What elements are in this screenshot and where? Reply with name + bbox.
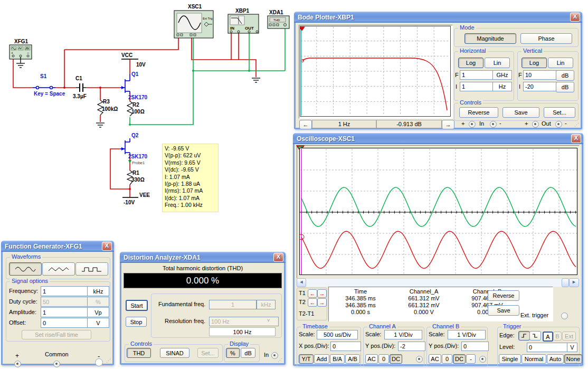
timebase-ba-button[interactable]: B/A [330, 354, 345, 364]
transistor-q2[interactable] [120, 138, 130, 155]
fg-minus-terminal[interactable] [95, 358, 103, 366]
circuit-schematic[interactable]: + − XFG1 S1 Key = Space C1 3. [0, 0, 296, 243]
capacitor-c1[interactable] [76, 83, 86, 92]
scope-titlebar[interactable]: Oscilloscope-XSC1 X [293, 133, 583, 144]
xda1-instrument-icon[interactable]: THD [268, 16, 289, 29]
square-wave-button[interactable] [75, 262, 108, 276]
thd-button[interactable]: THD [127, 348, 151, 358]
oscilloscope-window[interactable]: Oscilloscope-XSC1 X 1 ◄ ► T1 ← → T2 ← [293, 133, 583, 366]
rising-edge-icon[interactable] [518, 331, 530, 340]
bode-out-minus-terminal[interactable] [555, 121, 562, 128]
bode-set-button[interactable]: Set... [544, 107, 575, 118]
set-rise-fall-button[interactable]: Set rise/Fall time [22, 330, 91, 339]
xfg1-instrument-icon[interactable]: + − [10, 45, 32, 59]
trigger-single-button[interactable]: Single [499, 354, 521, 364]
channel-b-ac-button[interactable]: AC [429, 354, 441, 364]
bode-titlebar[interactable]: Bode Plotter-XBP1 X [294, 12, 582, 23]
transistor-q1[interactable] [120, 74, 130, 94]
bode-reverse-button[interactable]: Reverse [459, 107, 498, 118]
bode-v-lin-button[interactable]: Lin [548, 58, 573, 68]
offset-unit[interactable]: V [87, 318, 109, 328]
resize-grip-icon[interactable]: ⋰ [278, 357, 283, 363]
scope-button-save[interactable]: Save [488, 305, 519, 316]
bode-h-f-field[interactable]: 1 [460, 70, 496, 80]
channel-b-0-button[interactable]: 0 [442, 354, 452, 364]
sinad-button[interactable]: SINAD [160, 348, 189, 358]
bode-v-f-unit[interactable]: dB [556, 70, 574, 81]
xbp1-instrument-icon[interactable]: IN OUT [228, 14, 259, 33]
amplitude-unit[interactable]: Vp [87, 307, 109, 317]
bode-plot[interactable] [300, 26, 451, 117]
fg-plus-terminal[interactable] [14, 361, 21, 367]
bode-cursor-right-button[interactable]: → [442, 120, 454, 129]
triangle-wave-button[interactable] [42, 262, 75, 276]
timebase-yt-button[interactable]: Y/T [299, 354, 314, 364]
t1-left-button[interactable]: ← [308, 289, 317, 298]
channel-a-ypos-field[interactable]: -2 [398, 342, 425, 351]
percent-button[interactable]: % [226, 348, 240, 358]
scroll-left-icon[interactable]: ◄ [297, 278, 306, 287]
start-button[interactable]: Start [126, 300, 148, 311]
bode-v-f-field[interactable]: 10 [523, 70, 558, 80]
bode-h-i-field[interactable]: 1 [460, 82, 496, 91]
xsc1-instrument-icon[interactable]: Ext Trig [174, 11, 213, 38]
probe1-marker[interactable]: Probe1 [128, 160, 145, 165]
channel-a-scale-field[interactable]: 1 V/Div [384, 330, 422, 339]
sine-wave-button[interactable] [9, 262, 42, 276]
bode-magnitude-button[interactable]: Magnitude [464, 33, 516, 44]
scroll-thumb[interactable] [562, 278, 569, 287]
timebase-scale-field[interactable]: 500 us/Div [317, 330, 358, 339]
trigger-ext-button[interactable]: Ext [562, 332, 576, 340]
trigger-b-button[interactable]: B [553, 332, 562, 340]
da-titlebar[interactable]: Distortion Analyzer-XDA1 X [120, 252, 286, 263]
bode-phase-button[interactable]: Phase [520, 33, 572, 44]
bode-save-button[interactable]: Save [502, 107, 539, 118]
timebase-ab-button[interactable]: A/B [345, 354, 360, 364]
channel-a-0-button[interactable]: 0 [378, 354, 389, 364]
bode-in-minus-terminal[interactable] [490, 121, 497, 128]
resize-grip-icon[interactable]: ⋰ [574, 122, 580, 127]
t2-left-button[interactable]: ← [308, 298, 317, 307]
bode-h-f-unit[interactable]: GHz [492, 70, 512, 80]
t1-right-button[interactable]: → [317, 289, 327, 298]
fg-titlebar[interactable]: Function Generator-XFG1 X [1, 241, 114, 252]
channel-a-ac-button[interactable]: AC [365, 354, 378, 364]
switch-s1[interactable] [33, 87, 55, 89]
channel-b-terminal[interactable] [479, 356, 486, 363]
db-button[interactable]: dB [241, 348, 255, 358]
trigger-a-button[interactable]: A [543, 332, 553, 342]
bode-v-i-field[interactable]: -20 [523, 82, 558, 91]
trigger-level-unit[interactable]: V [567, 343, 577, 352]
offset-field[interactable]: 0 [41, 318, 90, 328]
scope-plot[interactable] [299, 148, 578, 276]
close-icon[interactable]: X [102, 242, 112, 251]
bode-h-log-button[interactable]: Log [458, 58, 483, 68]
channel-a-terminal[interactable] [416, 356, 423, 363]
scope-scrollbar[interactable] [297, 278, 578, 287]
frequency-unit[interactable]: kHz [87, 286, 109, 296]
ext-trigger-terminal[interactable] [561, 313, 568, 319]
channel-b-dc-button[interactable]: DC [453, 354, 466, 364]
bode-h-lin-button[interactable]: Lin [485, 58, 510, 68]
timebase-xpos-field[interactable]: 0 [330, 342, 361, 351]
scroll-right-icon[interactable]: ► [569, 278, 579, 287]
chevron-down-icon[interactable]: ˅ [267, 318, 270, 323]
resize-grip-icon[interactable]: ⋰ [106, 358, 111, 363]
scope-button-reverse[interactable]: Reverse [488, 290, 519, 301]
da-set-button[interactable]: Set... [197, 348, 219, 358]
channel-b-scale-field[interactable]: 1 V/Div [448, 330, 486, 339]
trigger-auto-button[interactable]: Auto [547, 354, 564, 364]
close-icon[interactable]: X [273, 253, 283, 262]
t2-right-button[interactable]: → [317, 298, 327, 307]
bode-h-i-unit[interactable]: Hz [492, 82, 512, 91]
timebase-add-button[interactable]: Add [314, 354, 329, 364]
channel-b-invert-button[interactable]: - [466, 354, 476, 364]
function-generator-window[interactable]: Function Generator-XFG1 X Waveforms Sign… [1, 241, 114, 365]
bode-cursor-left-button[interactable]: ← [299, 120, 312, 129]
trigger-normal-button[interactable]: Normal [521, 354, 546, 364]
bode-in-plus-terminal[interactable] [469, 121, 476, 128]
bode-plotter-window[interactable]: Bode Plotter-XBP1 X ← 1 Hz -0.913 dB → M… [294, 12, 582, 129]
stop-button[interactable]: Stop [126, 317, 147, 327]
resize-grip-icon[interactable]: ⋰ [575, 358, 581, 364]
bode-v-log-button[interactable]: Log [521, 58, 547, 68]
